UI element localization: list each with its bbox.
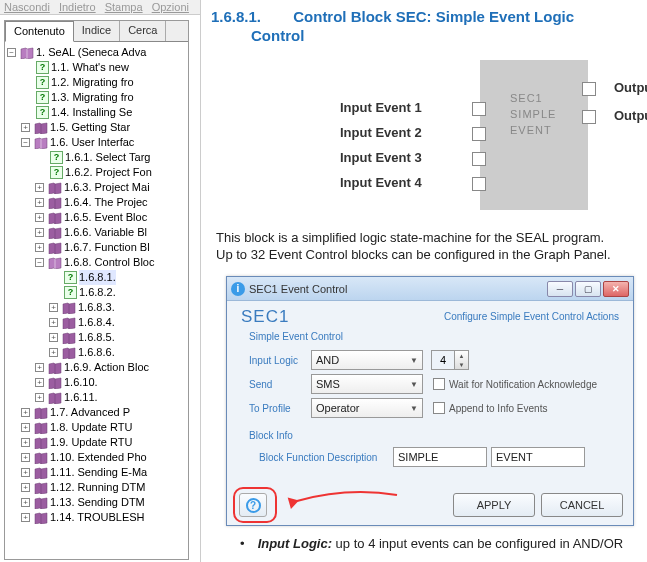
- close-button[interactable]: ✕: [603, 281, 629, 297]
- tree-node-1-6-2[interactable]: ?1.6.2. Project Fon: [7, 165, 188, 180]
- block-label-simple: SIMPLE: [510, 108, 556, 120]
- menu-nascondi[interactable]: Nascondi: [4, 1, 50, 13]
- block-label-sec1: SEC1: [510, 92, 543, 104]
- tree-node-1-13[interactable]: +1.13. Sending DTM: [7, 495, 188, 510]
- minimize-button[interactable]: ─: [547, 281, 573, 297]
- dialog-buttons: APPLY CANCEL: [453, 493, 623, 517]
- tree-node-1-6-10[interactable]: +1.6.10.: [7, 375, 188, 390]
- menu-indietro[interactable]: Indietro: [59, 1, 96, 13]
- input-event-4-checkbox[interactable]: [472, 177, 486, 191]
- help-button[interactable]: ?: [239, 493, 267, 517]
- dialog-body: SEC1 Configure Simple Event Control Acti…: [227, 301, 633, 473]
- tree-node-1-6-3[interactable]: +1.6.3. Project Mai: [7, 180, 188, 195]
- book-icon: [48, 392, 62, 404]
- menubar: Nascondi Indietro Stampa Opzioni: [0, 0, 200, 15]
- book-icon: [34, 437, 48, 449]
- input-event-2-label: Input Event 2: [340, 125, 422, 150]
- tree-node-1-6-1[interactable]: ?1.6.1. Select Targ: [7, 150, 188, 165]
- tree-node-1-6-4[interactable]: +1.6.4. The Projec: [7, 195, 188, 210]
- tab-contenuto[interactable]: Contenuto: [5, 21, 74, 42]
- wait-notification-checkbox[interactable]: Wait for Notification Acknowledge: [433, 378, 597, 390]
- tab-indice[interactable]: Indice: [74, 21, 120, 41]
- bfd-field-1[interactable]: SIMPLE: [393, 447, 487, 467]
- tree: −1. SeAL (Seneca Adva ?1.1. What's new ?…: [5, 42, 188, 528]
- tree-node-1-4[interactable]: ?1.4. Installing Se: [7, 105, 188, 120]
- input-event-2-checkbox[interactable]: [472, 127, 486, 141]
- tree-node-1-3[interactable]: ?1.3. Migrating fro: [7, 90, 188, 105]
- dialog-subheading: Simple Event Control: [249, 331, 619, 342]
- append-info-events-checkbox[interactable]: Append to Info Events: [433, 402, 547, 414]
- book-icon: [34, 407, 48, 419]
- tree-node-1-10[interactable]: +1.10. Extended Pho: [7, 450, 188, 465]
- tree-node-1-11[interactable]: +1.11. Sending E-Ma: [7, 465, 188, 480]
- tree-node-1-1[interactable]: ?1.1. What's new: [7, 60, 188, 75]
- input-event-3-label: Input Event 3: [340, 150, 422, 175]
- book-icon: [62, 347, 76, 359]
- bfd-field-2[interactable]: EVENT: [491, 447, 585, 467]
- tree-node-1-6-8-6[interactable]: +1.6.8.6.: [7, 345, 188, 360]
- help-page-icon: ?: [64, 271, 77, 284]
- tree-node-1-8[interactable]: +1.8. Update RTU: [7, 420, 188, 435]
- sidebar: Contenuto Indice Cerca −1. SeAL (Seneca …: [4, 20, 189, 560]
- configure-actions-link[interactable]: Configure Simple Event Control Actions: [444, 311, 619, 322]
- to-profile-select[interactable]: Operator: [311, 398, 423, 418]
- send-label: Send: [249, 379, 311, 390]
- output-1-label: Outpu: [614, 80, 647, 95]
- tree-node-1-6-7[interactable]: +1.6.7. Function Bl: [7, 240, 188, 255]
- output-1-checkbox[interactable]: [582, 82, 596, 96]
- block-function-description-row: Block Function Description SIMPLE EVENT: [259, 447, 619, 467]
- book-icon: [48, 242, 62, 254]
- apply-button[interactable]: APPLY: [453, 493, 535, 517]
- input-event-labels: Input Event 1 Input Event 2 Input Event …: [340, 100, 422, 200]
- tree-node-1-6-8-3[interactable]: +1.6.8.3.: [7, 300, 188, 315]
- send-select[interactable]: SMS: [311, 374, 423, 394]
- tree-node-1-6-8-5[interactable]: +1.6.8.5.: [7, 330, 188, 345]
- tab-cerca[interactable]: Cerca: [120, 21, 166, 41]
- tree-node-1-6-6[interactable]: +1.6.6. Variable Bl: [7, 225, 188, 240]
- book-icon: [34, 482, 48, 494]
- spinner-value: 4: [432, 354, 454, 366]
- annotation-arrow: [287, 483, 407, 513]
- book-icon: [48, 377, 62, 389]
- tree-node-1-14[interactable]: +1.14. TROUBLESH: [7, 510, 188, 525]
- book-icon: [34, 452, 48, 464]
- help-page-icon: ?: [50, 166, 63, 179]
- tree-node-1-6-5[interactable]: +1.6.5. Event Bloc: [7, 210, 188, 225]
- tree-node-1-6[interactable]: −1.6. User Interfac: [7, 135, 188, 150]
- dialog-titlebar[interactable]: i SEC1 Event Control ─ ▢ ✕: [227, 277, 633, 301]
- tree-node-1-6-8-4[interactable]: +1.6.8.4.: [7, 315, 188, 330]
- dialog-title: SEC1 Event Control: [249, 283, 547, 295]
- tree-node-1-6-8[interactable]: −1.6.8. Control Bloc: [7, 255, 188, 270]
- tree-node-1-9[interactable]: +1.9. Update RTU: [7, 435, 188, 450]
- tree-node-1-6-8-2[interactable]: ?1.6.8.2.: [7, 285, 188, 300]
- help-icon: ?: [246, 498, 261, 513]
- maximize-button[interactable]: ▢: [575, 281, 601, 297]
- book-icon: [34, 467, 48, 479]
- heading-title-line2: Control: [251, 27, 637, 44]
- tree-node-1[interactable]: −1. SeAL (Seneca Adva: [7, 45, 188, 60]
- output-2-checkbox[interactable]: [582, 110, 596, 124]
- cancel-button[interactable]: CANCEL: [541, 493, 623, 517]
- tree-node-1-5[interactable]: +1.5. Getting Star: [7, 120, 188, 135]
- tree-node-1-6-9[interactable]: +1.6.9. Action Bloc: [7, 360, 188, 375]
- input-logic-select[interactable]: AND: [311, 350, 423, 370]
- menu-opzioni[interactable]: Opzioni: [152, 1, 189, 13]
- tree-node-1-6-11[interactable]: +1.6.11.: [7, 390, 188, 405]
- output-2-label: Outpu: [614, 108, 647, 123]
- book-icon: [62, 302, 76, 314]
- tree-node-1-6-8-1[interactable]: ?1.6.8.1.: [7, 270, 188, 285]
- book-icon: [48, 197, 62, 209]
- tree-node-1-7[interactable]: +1.7. Advanced P: [7, 405, 188, 420]
- to-profile-label: To Profile: [249, 403, 311, 414]
- tree-node-1-2[interactable]: ?1.2. Migrating fro: [7, 75, 188, 90]
- input-event-3-checkbox[interactable]: [472, 152, 486, 166]
- input-count-spinner[interactable]: 4 ▲▼: [431, 350, 469, 370]
- spinner-buttons[interactable]: ▲▼: [454, 351, 468, 369]
- menu-stampa[interactable]: Stampa: [105, 1, 143, 13]
- input-event-1-checkbox[interactable]: [472, 102, 486, 116]
- tree-node-1-12[interactable]: +1.12. Running DTM: [7, 480, 188, 495]
- heading-title: Control Block SEC: Simple Event Logic: [293, 8, 574, 25]
- book-open-icon: [48, 257, 62, 269]
- book-icon: [62, 317, 76, 329]
- sidebar-tabs: Contenuto Indice Cerca: [5, 21, 188, 42]
